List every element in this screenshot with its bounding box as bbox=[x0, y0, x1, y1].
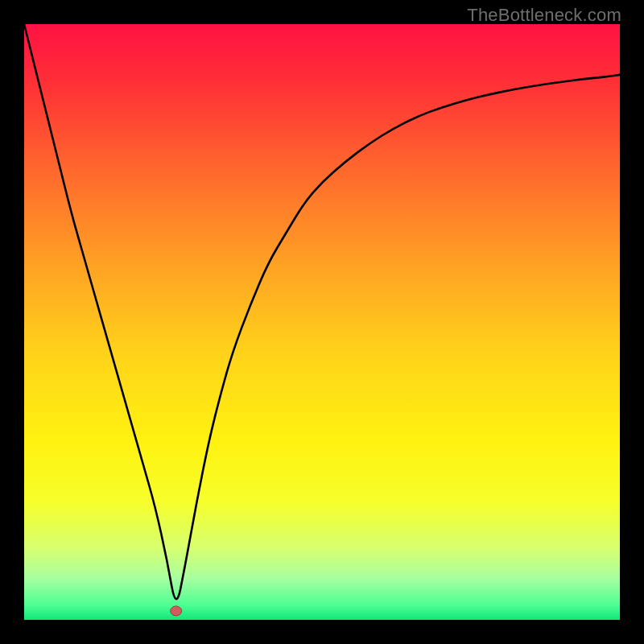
bottleneck-curve bbox=[24, 24, 620, 620]
plot-area bbox=[24, 24, 620, 620]
watermark-text: TheBottleneck.com bbox=[467, 5, 621, 26]
svg-point-1 bbox=[171, 606, 182, 616]
chart-frame: TheBottleneck.com bbox=[0, 0, 644, 644]
